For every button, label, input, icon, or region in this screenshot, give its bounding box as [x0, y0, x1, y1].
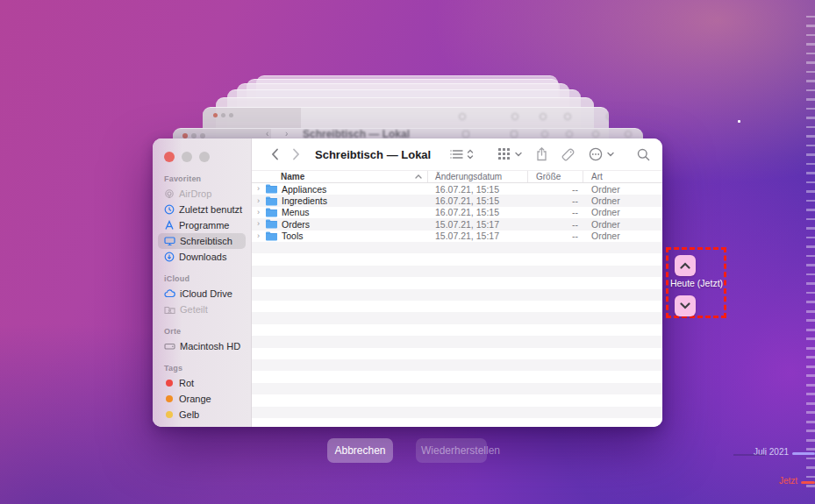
forward-button[interactable]: [289, 148, 303, 160]
sort-stepper-icon: [467, 148, 474, 160]
column-header-size[interactable]: Größe: [528, 171, 583, 182]
airdrop-icon: [164, 188, 175, 199]
table-row[interactable]: › Orders 15.07.21, 15:17 -- Ordner: [252, 218, 662, 230]
timeline-month-tick[interactable]: [792, 452, 815, 455]
chevron-down-icon: [680, 302, 690, 309]
sidebar-item-zuletzt-benutzt[interactable]: Zuletzt benutzt: [158, 202, 246, 217]
column-header-date[interactable]: Änderungsdatum: [428, 171, 528, 182]
folder-icon: [266, 231, 277, 241]
search-icon: [637, 148, 650, 161]
forward-chevron-icon: [292, 148, 300, 160]
sidebar-item-programme[interactable]: Programme: [158, 217, 246, 233]
window-title: Schreibtisch — Lokal: [315, 148, 431, 161]
traffic-lights: [153, 149, 251, 174]
disclosure-chevron-icon[interactable]: ›: [257, 185, 266, 193]
clock-icon: [164, 204, 175, 215]
finder-window: Favoriten AirDrop Zuletzt benutzt: [153, 138, 662, 427]
column-header-name[interactable]: Name: [252, 171, 428, 182]
applications-icon: [164, 220, 175, 231]
cloud-icon: [164, 289, 175, 298]
sidebar-item-tag-gruen[interactable]: Grün: [158, 422, 246, 427]
sort-ascending-icon: [415, 174, 422, 179]
finder-main-pane: Schreibtisch — Lokal: [252, 138, 662, 427]
column-header-kind[interactable]: Art: [583, 171, 662, 182]
hard-drive-icon: [164, 342, 175, 351]
restore-button[interactable]: Wiederherstellen: [416, 438, 487, 463]
table-row[interactable]: › Tools 15.07.21, 15:17 -- Ordner: [252, 231, 662, 242]
share-icon: [536, 147, 547, 161]
disclosure-chevron-icon[interactable]: ›: [257, 232, 266, 240]
sidebar-item-tag-rot[interactable]: Rot: [158, 375, 246, 391]
chevron-up-icon: [680, 262, 690, 269]
folder-icon: [266, 208, 277, 217]
back-button[interactable]: [268, 148, 282, 160]
ghost-minimize-icon: [221, 113, 225, 117]
sidebar-item-schreibtisch[interactable]: Schreibtisch: [158, 233, 246, 249]
sidebar-item-tag-orange[interactable]: Orange: [158, 391, 246, 407]
share-button[interactable]: [536, 147, 547, 161]
sidebar-section-tags: Tags: [153, 364, 251, 375]
ghost-close-icon: [213, 113, 218, 117]
minimize-icon[interactable]: [182, 152, 192, 162]
zoom-icon[interactable]: [199, 152, 210, 162]
close-icon[interactable]: [164, 152, 175, 162]
ghost-zoom-icon: [229, 113, 233, 117]
folder-icon: [266, 184, 277, 194]
shared-folder-icon: [164, 305, 175, 315]
sidebar-section-icloud: iCloud: [153, 274, 251, 286]
finder-toolbar: Schreibtisch — Lokal: [252, 138, 662, 170]
group-view-icon: [498, 148, 511, 160]
tag-orange-icon: [166, 395, 173, 402]
folder-icon: [266, 196, 277, 206]
view-list-button[interactable]: [450, 148, 474, 160]
sidebar-item-icloud-drive[interactable]: iCloud Drive: [158, 286, 246, 302]
sidebar-item-downloads[interactable]: Downloads: [158, 249, 246, 265]
table-row[interactable]: › Appliances 16.07.21, 15:15 -- Ordner: [252, 183, 662, 195]
search-button[interactable]: [637, 148, 650, 161]
timeline-month-leader-line: [733, 454, 765, 456]
tag-yellow-icon: [166, 411, 173, 418]
tag-button[interactable]: [561, 148, 575, 161]
sidebar-section-orte: Orte: [153, 327, 251, 338]
file-list: › Appliances 16.07.21, 15:15 -- Ordner ›…: [252, 183, 662, 427]
sidebar-item-macintosh-hd[interactable]: Macintosh HD: [158, 338, 246, 354]
timeline-now-tick[interactable]: [801, 481, 815, 484]
time-machine-screen: Juli 2021 Jetzt ‹ › Schreibtisch — Lokal: [0, 0, 815, 504]
sidebar-item-geteilt[interactable]: Geteilt: [158, 302, 246, 317]
column-headers: Name Änderungsdatum Größe Art: [252, 170, 662, 183]
downloads-icon: [164, 252, 175, 262]
table-row[interactable]: › Ingredients 16.07.21, 15:15 -- Ordner: [252, 195, 662, 206]
tag-icon: [561, 148, 575, 161]
more-actions-button[interactable]: [589, 147, 614, 161]
more-actions-icon: [589, 147, 603, 161]
dropdown-chevron-icon: [607, 152, 614, 157]
desktop-icon: [164, 236, 175, 246]
cancel-button[interactable]: Abbrechen: [327, 438, 393, 463]
snapshot-label: Heute (Jetzt): [663, 278, 730, 288]
group-view-button[interactable]: [498, 148, 522, 160]
snapshot-down-button[interactable]: [675, 295, 696, 316]
sidebar-item-tag-gelb[interactable]: Gelb: [158, 407, 246, 422]
disclosure-chevron-icon[interactable]: ›: [257, 209, 266, 217]
dropdown-chevron-icon: [515, 152, 522, 157]
sidebar-section-favoriten: Favoriten: [153, 174, 251, 186]
folder-icon: [266, 219, 277, 229]
timeline-ticks[interactable]: [806, 16, 815, 493]
ghost-traffic-lights: [213, 113, 233, 117]
table-row[interactable]: › Menus 16.07.21, 15:15 -- Ordner: [252, 207, 662, 218]
snapshot-up-button[interactable]: [675, 255, 696, 276]
cursor-dot: [738, 120, 740, 123]
disclosure-chevron-icon[interactable]: ›: [257, 197, 266, 205]
sidebar-item-airdrop[interactable]: AirDrop: [158, 186, 246, 202]
timeline-now-label: Jetzt: [779, 476, 797, 486]
disclosure-chevron-icon[interactable]: ›: [257, 220, 266, 228]
back-chevron-icon: [271, 148, 279, 160]
list-view-icon: [450, 149, 463, 160]
finder-sidebar: Favoriten AirDrop Zuletzt benutzt: [153, 138, 252, 427]
tag-red-icon: [166, 380, 173, 387]
